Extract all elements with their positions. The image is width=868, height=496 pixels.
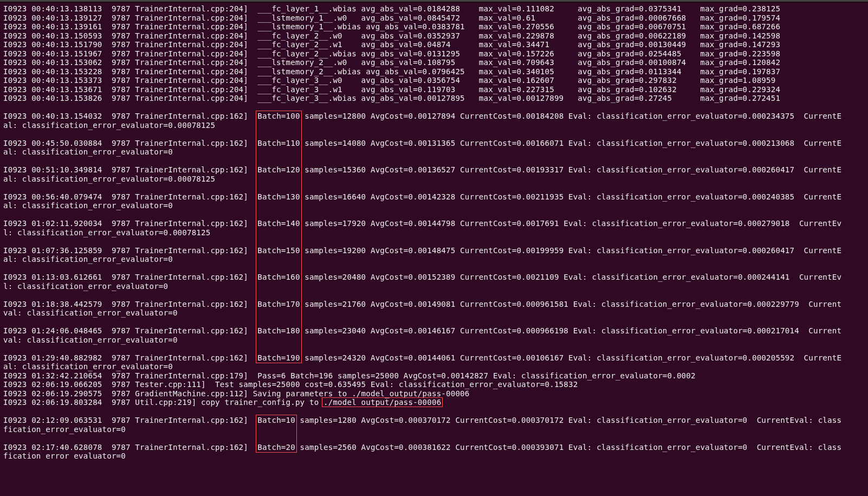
- log-line-param: I0923 00:40:13.151967 9787 TrainerIntern…: [3, 49, 865, 59]
- log-line-wrap: al: classification_error_evaluator=0.000…: [3, 121, 865, 130]
- log-line-batch: I0923 02:17:40.628078 9787 TrainerIntern…: [3, 443, 865, 452]
- log-line-wrap: val: classification_error_evaluator=0: [3, 308, 865, 318]
- blank-line: [3, 237, 865, 246]
- log-line-save: I0923 02:06:19.290575 9787 GradientMachi…: [3, 389, 865, 398]
- log-rest: samples=24320 AvgCost=0.00144061 Current…: [300, 353, 842, 362]
- log-line-wrap: al: classification_error_evaluator=0.000…: [3, 175, 865, 184]
- log-line-batch: I0923 02:12:09.063531 9787 TrainerIntern…: [3, 416, 865, 425]
- blank-line: [3, 183, 865, 192]
- log-line-wrap: al: classification_error_evaluator=0: [3, 147, 865, 157]
- blank-line: [3, 103, 865, 112]
- log-line-wrap: val: classification_error_evaluator=0: [3, 336, 865, 345]
- log-prefix: I0923 01:29:40.882982 9787 TrainerIntern…: [3, 353, 257, 362]
- batch-token: Batch=10: [257, 416, 295, 424]
- log-prefix: I0923 01:13:03.612661 9787 TrainerIntern…: [3, 273, 257, 281]
- log-rest: samples=17920 AvgCost=0.00144798 Current…: [300, 219, 842, 228]
- log-line-batch: I0923 01:24:06.048465 9787 TrainerIntern…: [3, 326, 865, 336]
- log-line-param: I0923 00:40:13.153062 9787 TrainerIntern…: [3, 58, 865, 67]
- model-output-path: ./model_output/pass-00006: [323, 398, 441, 407]
- log-prefix: I0923 01:02:11.920034 9787 TrainerIntern…: [3, 219, 257, 228]
- log-line-batch: I0923 00:40:13.154032 9787 TrainerIntern…: [3, 112, 865, 121]
- log-line-param: I0923 00:40:13.153373 9787 TrainerIntern…: [3, 76, 865, 85]
- batch-token: Batch=130: [257, 192, 300, 201]
- log-prefix: I0923 02:17:40.628078 9787 TrainerIntern…: [3, 443, 257, 452]
- log-rest: samples=16640 AvgCost=0.00142328 Current…: [300, 192, 842, 201]
- batch-token: Batch=120: [257, 165, 300, 174]
- batch-token: Batch=100: [257, 112, 300, 120]
- log-line-tail: I0923 02:06:19.066205 9787 Tester.cpp:11…: [3, 380, 865, 389]
- log-rest: samples=14080 AvgCost=0.00131365 Current…: [300, 139, 842, 147]
- log-rest: samples=21760 AvgCost=0.00149081 Current…: [300, 300, 842, 308]
- log-line-param: I0923 00:40:13.151790 9787 TrainerIntern…: [3, 40, 865, 49]
- batch-token: Batch=20: [257, 443, 295, 452]
- log-prefix: I0923 01:24:06.048465 9787 TrainerIntern…: [3, 326, 257, 335]
- log-line-batch: I0923 01:07:36.125859 9787 TrainerIntern…: [3, 246, 865, 255]
- log-line-batch: I0923 00:56:40.079474 9787 TrainerIntern…: [3, 192, 865, 202]
- batch-token: Batch=190: [257, 353, 300, 362]
- log-line-param: I0923 00:40:13.150593 9787 TrainerIntern…: [3, 31, 865, 41]
- log-line-batch: I0923 00:51:10.349814 9787 TrainerIntern…: [3, 165, 865, 175]
- blank-line: [3, 210, 865, 220]
- log-line-param: I0923 00:40:13.153671 9787 TrainerIntern…: [3, 85, 865, 94]
- log-line-param: I0923 00:40:13.139161 9787 TrainerIntern…: [3, 22, 865, 31]
- log-line-tail: I0923 01:32:42.210654 9787 TrainerIntern…: [3, 371, 865, 381]
- log-prefix: I0923 00:51:10.349814 9787 TrainerIntern…: [3, 165, 257, 174]
- blank-line: [3, 434, 865, 443]
- log-prefix: I0923 01:07:36.125859 9787 TrainerIntern…: [3, 246, 257, 255]
- blank-line: [3, 264, 865, 273]
- log-line-wrap: al: classification_error_evaluator=0: [3, 362, 865, 371]
- log-line-wrap: l: classification_error_evaluator=0.0007…: [3, 228, 865, 237]
- log-rest: samples=20480 AvgCost=0.00152389 Current…: [300, 273, 842, 281]
- blank-line: [3, 157, 865, 166]
- blank-line: [3, 130, 865, 139]
- terminal-output[interactable]: I0923 00:40:13.138113 9787 TrainerIntern…: [0, 2, 868, 463]
- log-line-wrap: fication_error_evaluator=0: [3, 425, 865, 434]
- batch-token: Batch=180: [257, 326, 300, 335]
- log-line-param: I0923 00:40:13.139127 9787 TrainerIntern…: [3, 14, 865, 23]
- log-line-batch: I0923 01:18:38.442579 9787 TrainerIntern…: [3, 300, 865, 309]
- log-prefix: I0923 01:18:38.442579 9787 TrainerIntern…: [3, 300, 257, 308]
- blank-line: [3, 291, 865, 300]
- blank-line: [3, 344, 865, 353]
- log-rest: samples=1280 AvgCost=0.000370172 Current…: [295, 416, 841, 424]
- log-prefix: I0923 00:45:50.030884 9787 TrainerIntern…: [3, 139, 257, 147]
- batch-token: Batch=110: [257, 139, 300, 147]
- log-line-batch: I0923 01:02:11.920034 9787 TrainerIntern…: [3, 219, 865, 228]
- log-line-wrap: fication error evaluator=0: [3, 452, 865, 461]
- log-rest: samples=15360 AvgCost=0.00136527 Current…: [300, 165, 842, 174]
- log-line-param: I0923 00:40:13.138113 9787 TrainerIntern…: [3, 4, 865, 14]
- log-line-batch: I0923 01:29:40.882982 9787 TrainerIntern…: [3, 353, 865, 363]
- log-rest: samples=2560 AvgCost=0.000381622 Current…: [295, 443, 841, 452]
- log-line-param: I0923 00:40:13.153228 9787 TrainerIntern…: [3, 67, 865, 76]
- batch-token: Batch=160: [257, 273, 300, 281]
- log-prefix: I0923 00:56:40.079474 9787 TrainerIntern…: [3, 192, 257, 201]
- log-rest: samples=23040 AvgCost=0.00146167 Current…: [300, 326, 842, 335]
- batch-token: Batch=170: [257, 300, 300, 308]
- log-prefix: I0923 00:40:13.154032 9787 TrainerIntern…: [3, 112, 257, 120]
- log-prefix: I0923 02:06:19.803284 9787 Util.cpp:219]…: [3, 398, 323, 407]
- log-line-copy: I0923 02:06:19.803284 9787 Util.cpp:219]…: [3, 398, 865, 407]
- log-line-wrap: al: classification_error_evaluator=0: [3, 201, 865, 210]
- log-prefix: I0923 02:12:09.063531 9787 TrainerIntern…: [3, 416, 257, 424]
- log-line-batch: I0923 00:45:50.030884 9787 TrainerIntern…: [3, 139, 865, 148]
- log-line-wrap: al: classification_error_evaluator=0: [3, 255, 865, 264]
- log-line-param: I0923 00:40:13.153826 9787 TrainerIntern…: [3, 94, 865, 103]
- batch-token: Batch=150: [257, 246, 300, 255]
- log-rest: samples=19200 AvgCost=0.00148475 Current…: [300, 246, 842, 255]
- batch-token: Batch=140: [257, 219, 300, 228]
- log-line-batch: I0923 01:13:03.612661 9787 TrainerIntern…: [3, 273, 865, 282]
- blank-line: [3, 318, 865, 327]
- blank-line: [3, 407, 865, 416]
- log-rest: samples=12800 AvgCost=0.00127894 Current…: [300, 112, 842, 120]
- log-line-wrap: l: classification_error_evaluator=0: [3, 282, 865, 291]
